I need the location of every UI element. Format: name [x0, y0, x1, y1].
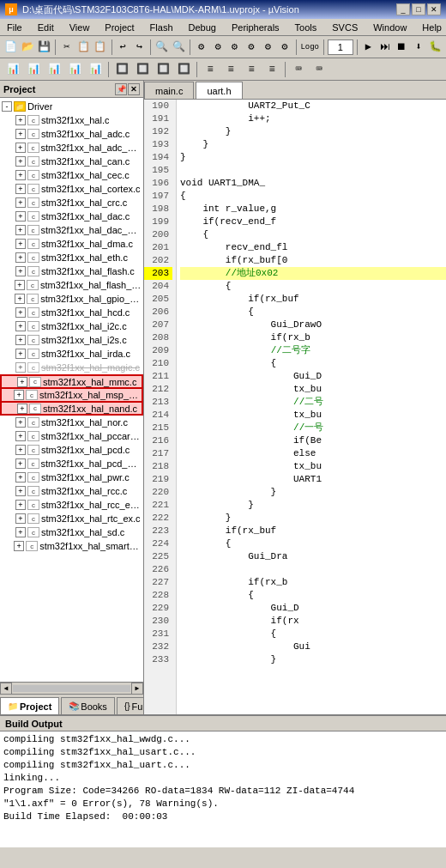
code-line-198[interactable]: int r_value,g — [180, 203, 446, 215]
code-line-201[interactable]: recv_end_fl — [180, 241, 446, 254]
maximize-button[interactable]: □ — [412, 3, 425, 15]
code-line-225[interactable]: Gui_Dra — [180, 550, 446, 563]
file-expander-1[interactable]: + — [15, 115, 26, 125]
file-expander-27[interactable]: + — [15, 472, 26, 483]
horizontal-scrollbar[interactable]: ◀ ▶ — [0, 682, 143, 694]
code-line-212[interactable]: tx_bu — [180, 383, 446, 396]
code-line-191[interactable]: i++; — [180, 112, 446, 125]
code-line-228[interactable]: { — [180, 589, 446, 602]
close-button[interactable]: ✕ — [427, 3, 441, 15]
file-expander-10[interactable]: + — [15, 239, 26, 249]
tree-item-10[interactable]: +cstm32f1xx_hal_dma.c — [0, 237, 143, 251]
tb2-btn-6[interactable]: 🔲 — [112, 61, 131, 78]
menu-file[interactable]: File — [3, 21, 26, 33]
code-line-193[interactable]: } — [180, 138, 446, 151]
target-input[interactable] — [328, 39, 353, 55]
tree-item-29[interactable]: +cstm32f1xx_hal_rcc_ex.c — [0, 498, 143, 512]
tree-item-22[interactable]: +cstm32f1xx_hal_nand.c — [0, 402, 143, 416]
scroll-left-button[interactable]: ◀ — [0, 683, 12, 695]
code-line-205[interactable]: if(rx_buf — [180, 293, 446, 306]
tb-btn-5[interactable]: ⚙ — [261, 39, 275, 56]
tb2-btn-12[interactable]: ≡ — [242, 61, 261, 78]
tree-item-20[interactable]: +cstm32f1xx_hal_mmc.c — [0, 374, 143, 388]
code-line-220[interactable]: } — [180, 486, 446, 499]
file-expander-13[interactable]: + — [15, 280, 25, 290]
tb2-btn-5[interactable]: 📊 — [86, 61, 105, 78]
file-expander-32[interactable]: + — [14, 541, 24, 551]
code-line-217[interactable]: else — [180, 447, 446, 460]
tree-item-11[interactable]: +cstm32f1xx_hal_eth.c — [0, 251, 143, 264]
build-btn[interactable]: ▶ — [361, 39, 376, 56]
file-expander-23[interactable]: + — [15, 417, 26, 428]
menu-edit[interactable]: Edit — [34, 21, 57, 33]
tab-project[interactable]: 📁 Project — [0, 697, 59, 714]
code-line-199[interactable]: if(recv_end_f — [180, 215, 446, 228]
code-line-222[interactable]: } — [180, 512, 446, 525]
tree-item-31[interactable]: +cstm32f1xx_hal_sd.c — [0, 525, 143, 539]
tb-btn-1[interactable]: ⚙ — [194, 39, 208, 56]
code-line-200[interactable]: { — [180, 228, 446, 241]
tree-item-6[interactable]: +cstm32f1xx_hal_cortex.c — [0, 182, 143, 196]
code-line-210[interactable]: { — [180, 357, 446, 370]
code-line-233[interactable]: } — [180, 653, 446, 666]
file-expander-17[interactable]: + — [15, 335, 26, 345]
open-button[interactable]: 📂 — [20, 39, 34, 56]
file-expander-28[interactable]: + — [15, 486, 26, 496]
code-line-223[interactable]: if(rx_buf — [180, 525, 446, 537]
file-expander-26[interactable]: + — [15, 458, 26, 469]
file-expander-18[interactable]: + — [15, 349, 26, 359]
code-line-190[interactable]: UART2_Put_C — [180, 100, 446, 112]
file-expander-8[interactable]: + — [15, 211, 26, 222]
file-expander-2[interactable]: + — [15, 129, 26, 139]
tb2-btn-8[interactable]: 🔲 — [154, 61, 172, 78]
code-line-231[interactable]: { — [180, 628, 446, 640]
tree-item-5[interactable]: +cstm32f1xx_hal_cec.c — [0, 168, 143, 182]
tree-item-21[interactable]: +cstm32f1xx_hal_msp_template.c — [0, 388, 143, 402]
tree-item-19[interactable]: +cstm32f1xx_hal_magic.c — [0, 361, 143, 374]
debug-btn[interactable]: 🐛 — [428, 39, 443, 56]
code-line-206[interactable]: { — [180, 306, 446, 319]
code-line-232[interactable]: Gui — [180, 640, 446, 653]
scroll-right-button[interactable]: ▶ — [131, 683, 143, 695]
file-expander-15[interactable]: + — [15, 307, 26, 318]
rebuild-btn[interactable]: ⏭ — [377, 39, 392, 56]
find-button[interactable]: 🔍 — [154, 39, 169, 56]
code-line-214[interactable]: tx_bu — [180, 409, 446, 422]
menu-svcs[interactable]: SVCS — [328, 21, 361, 33]
findnext-button[interactable]: 🔍 — [172, 39, 186, 56]
paste-button[interactable]: 📋 — [93, 39, 107, 56]
file-expander-29[interactable]: + — [15, 500, 26, 510]
code-line-202[interactable]: if(rx_buf[0 — [180, 254, 446, 267]
tab-books[interactable]: 📚 Books — [61, 697, 115, 714]
file-expander-7[interactable]: + — [15, 197, 26, 208]
menu-debug[interactable]: Debug — [185, 21, 220, 33]
tree-item-30[interactable]: +cstm32f1xx_hal_rtc_ex.c — [0, 512, 143, 525]
undo-button[interactable]: ↩ — [115, 39, 130, 56]
tree-item-9[interactable]: +cstm32f1xx_hal_dac_ex.c — [0, 223, 143, 237]
tb2-btn-13[interactable]: ≡ — [262, 61, 281, 78]
tb2-btn-3[interactable]: 📊 — [45, 61, 63, 78]
code-line-221[interactable]: } — [180, 499, 446, 512]
code-line-230[interactable]: if(rx — [180, 615, 446, 628]
code-line-215[interactable]: //一号 — [180, 422, 446, 434]
tb2-btn-15[interactable]: ⌨ — [310, 61, 328, 78]
tree-item-13[interactable]: +cstm32f1xx_hal_flash_ex.c — [0, 278, 143, 292]
tree-item-1[interactable]: +cstm32f1xx_hal.c — [0, 113, 143, 127]
cut-button[interactable]: ✂ — [59, 39, 74, 56]
code-line-219[interactable]: UART1 — [180, 473, 446, 486]
tree-item-12[interactable]: +cstm32f1xx_hal_flash.c — [0, 264, 143, 278]
file-expander-25[interactable]: + — [15, 445, 26, 455]
code-line-195[interactable] — [180, 164, 446, 177]
tree-item-4[interactable]: +cstm32f1xx_hal_can.c — [0, 155, 143, 168]
copy-button[interactable]: 📋 — [76, 39, 91, 56]
tree-item-14[interactable]: +cstm32f1xx_hal_gpio_ex.c — [0, 292, 143, 306]
code-line-204[interactable]: { — [180, 280, 446, 293]
tb2-btn-4[interactable]: 📊 — [65, 61, 84, 78]
file-expander-16[interactable]: + — [15, 321, 26, 331]
menu-peripherals[interactable]: Peripherals — [228, 21, 283, 33]
tb-btn-3[interactable]: ⚙ — [227, 39, 242, 56]
tb2-btn-10[interactable]: ≡ — [201, 61, 220, 78]
scroll-track[interactable] — [13, 685, 130, 692]
file-expander-24[interactable]: + — [15, 431, 26, 441]
code-lines[interactable]: UART2_Put_C i++; } }}void UART1_DMA_{ in… — [177, 100, 446, 714]
